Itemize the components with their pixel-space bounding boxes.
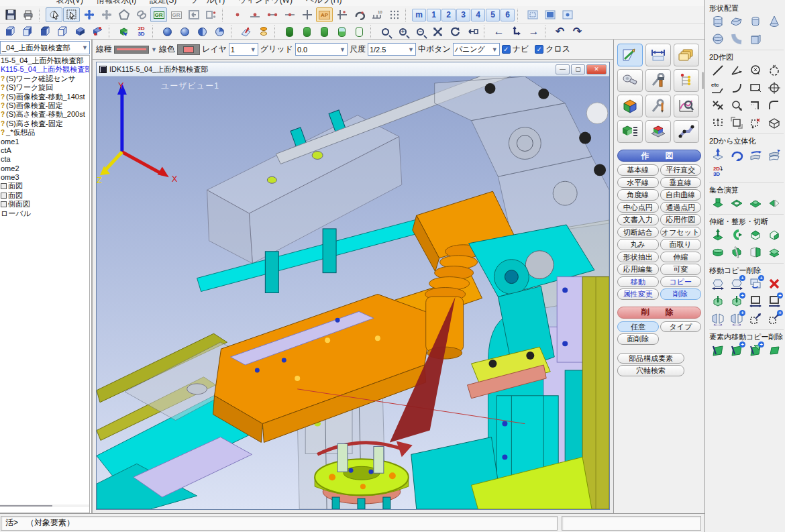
section-plane-button[interactable] bbox=[238, 25, 254, 38]
move-copy-button[interactable] bbox=[98, 7, 115, 22]
copy-rect-button[interactable] bbox=[766, 293, 783, 309]
move-rect-button[interactable] bbox=[747, 293, 764, 309]
menu-window[interactable]: ウィンドウ(W) bbox=[238, 0, 293, 6]
assembly-tools-button[interactable] bbox=[645, 69, 671, 92]
mirror-move-button[interactable] bbox=[709, 311, 727, 327]
tree-item[interactable]: ローバル bbox=[0, 209, 89, 218]
copy-vertical-button[interactable] bbox=[728, 293, 745, 309]
snap-matrix-button[interactable] bbox=[386, 7, 403, 22]
corner-cut-button[interactable] bbox=[747, 227, 764, 243]
model-window-titlebar[interactable]: IDK115-5_04_上面外観検査部 — ▢ ✕ bbox=[97, 62, 609, 76]
panel-resize-handle[interactable] bbox=[702, 72, 704, 89]
freeform-curve-button[interactable]: 自由曲線 bbox=[660, 189, 702, 201]
tree-item[interactable]: ome2 bbox=[0, 164, 89, 173]
element-copy-button[interactable] bbox=[728, 342, 745, 358]
tree-item[interactable]: ?(S)高さ検査-移動_200st bbox=[0, 110, 89, 119]
layer-combo[interactable]: 1▼ bbox=[229, 43, 258, 56]
face-delete-button[interactable]: 面削除 bbox=[617, 333, 659, 345]
offset-box-button[interactable] bbox=[747, 115, 764, 131]
angle-2d-button[interactable] bbox=[728, 62, 745, 78]
move-vertical-button[interactable] bbox=[709, 293, 727, 309]
cut-keep-button[interactable] bbox=[747, 244, 764, 260]
snap-free-button[interactable] bbox=[229, 7, 246, 22]
circle-points-2d-button[interactable] bbox=[766, 62, 783, 78]
applied-edit-button[interactable]: 応用編集 bbox=[617, 264, 659, 275]
display-solid-button[interactable] bbox=[281, 25, 298, 38]
sketch-mode-button[interactable] bbox=[617, 44, 643, 66]
menu-settings[interactable]: 設定(S) bbox=[150, 0, 176, 6]
analysis-search-button[interactable] bbox=[674, 95, 699, 117]
window-multi-button[interactable] bbox=[524, 7, 541, 22]
assembly-view-button[interactable] bbox=[645, 120, 671, 143]
middle-button-combo[interactable]: パニング▼ bbox=[453, 43, 500, 56]
routing-button[interactable] bbox=[674, 120, 699, 143]
place-elbow-button[interactable] bbox=[728, 31, 745, 47]
stretch-button[interactable]: 伸縮 bbox=[660, 252, 702, 263]
element-move-button[interactable] bbox=[709, 342, 727, 358]
snap-endpoint-button[interactable] bbox=[264, 7, 280, 22]
place-sphere-button[interactable] bbox=[709, 31, 727, 47]
view-main-button[interactable]: m bbox=[412, 9, 426, 21]
component-elements-button[interactable]: 部品構成要素 bbox=[617, 353, 684, 364]
revolve-button[interactable] bbox=[728, 146, 745, 162]
undo-button[interactable]: ↶ bbox=[552, 25, 568, 38]
link-select-button[interactable] bbox=[133, 7, 150, 22]
tree-item[interactable]: ?(S)高さ検査-固定 bbox=[0, 119, 89, 128]
cross-checkbox[interactable]: ✓ bbox=[535, 45, 543, 54]
cut-plane-button[interactable] bbox=[728, 244, 745, 260]
corner-fillet-button[interactable] bbox=[766, 97, 783, 113]
cut-join-button[interactable]: 切断結合 bbox=[617, 227, 659, 238]
tree-horizontal-scrollbar[interactable] bbox=[0, 504, 90, 507]
corner-cut2-button[interactable] bbox=[766, 227, 783, 243]
line-type-dropdown[interactable] bbox=[114, 46, 149, 54]
tree-item[interactable]: ome1 bbox=[0, 138, 89, 146]
corner-trim-button[interactable] bbox=[747, 97, 764, 113]
tree-item[interactable]: 面図 bbox=[0, 191, 89, 200]
model-tools-button[interactable] bbox=[645, 95, 671, 117]
sweep-button[interactable] bbox=[747, 146, 764, 162]
2d-to-3d-button[interactable]: 2D⤵3D bbox=[709, 164, 727, 180]
group-off-button[interactable]: GR bbox=[168, 7, 185, 22]
tree-item[interactable]: 15-5_04_上面外観検査部 bbox=[0, 56, 89, 65]
scale-move-button[interactable] bbox=[747, 311, 764, 327]
view-cube-side-button[interactable] bbox=[19, 25, 36, 38]
tree-item[interactable]: ?(S)画像検査-固定 bbox=[0, 101, 89, 110]
extrude-button[interactable] bbox=[709, 146, 727, 162]
place-cone-button[interactable] bbox=[766, 13, 783, 30]
view-1-button[interactable]: 1 bbox=[427, 9, 441, 21]
sweep2-button[interactable] bbox=[766, 146, 783, 162]
move-button[interactable]: 移動 bbox=[617, 276, 659, 288]
fastener-tool-button[interactable] bbox=[617, 69, 643, 92]
union-button[interactable] bbox=[709, 195, 727, 211]
dimension-mode-button[interactable] bbox=[645, 44, 671, 66]
tree-item[interactable]: ?(S)ワーク旋回 bbox=[0, 83, 89, 92]
view-book-marked-button[interactable] bbox=[89, 25, 106, 38]
place-block-button[interactable] bbox=[747, 31, 764, 47]
rect-2d-button[interactable] bbox=[747, 80, 764, 96]
shade-half-button[interactable] bbox=[194, 25, 211, 38]
tree-item[interactable]: ?(S)画像検査-移動_140st bbox=[0, 93, 89, 101]
shape-extract-button[interactable]: 形状抽出 bbox=[617, 252, 659, 263]
maximize-button[interactable]: ▢ bbox=[571, 64, 585, 74]
shell-button[interactable] bbox=[709, 244, 727, 260]
snap-intersection-button[interactable] bbox=[299, 7, 315, 22]
parallel-ortho-button[interactable]: 平行直交 bbox=[660, 164, 702, 176]
display-shaded-button[interactable] bbox=[299, 25, 315, 38]
vertical-line-button[interactable]: 垂直線 bbox=[660, 177, 702, 189]
window-single-button[interactable] bbox=[541, 7, 558, 22]
move-element-button[interactable] bbox=[81, 7, 97, 22]
view-cube-iso-button[interactable] bbox=[54, 25, 71, 38]
pan-right-button[interactable]: → bbox=[525, 25, 542, 38]
display-shaded-edge-button[interactable] bbox=[316, 25, 333, 38]
view-3-button[interactable]: 3 bbox=[456, 9, 470, 21]
tree-item[interactable]: ome3 bbox=[0, 173, 89, 182]
place-cylinder-button[interactable] bbox=[709, 13, 727, 30]
tree-item[interactable]: ?(S)ワーク確認センサ bbox=[0, 74, 89, 83]
menu-tools[interactable]: ツール(T) bbox=[190, 0, 225, 6]
applied-draw-button[interactable]: 応用作図 bbox=[660, 214, 702, 225]
delete-type-button[interactable]: タイプ bbox=[660, 321, 701, 333]
select-box-button[interactable] bbox=[63, 7, 80, 22]
view-6-button[interactable]: 6 bbox=[501, 9, 515, 21]
view-5-button[interactable]: 5 bbox=[486, 9, 500, 21]
zoom-out-button[interactable]: − bbox=[412, 25, 429, 38]
